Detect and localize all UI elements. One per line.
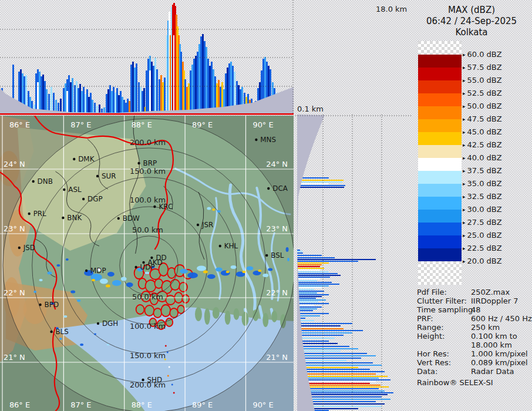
range-ring-label: 50.0 km — [132, 225, 163, 234]
profile-bar — [297, 292, 317, 294]
profile-bar — [115, 93, 116, 113]
radar-echo — [107, 272, 115, 277]
profile-bar — [88, 97, 90, 113]
radar-echo — [48, 272, 52, 275]
range-ring-label: 100.0 km — [130, 322, 166, 331]
legend-swatch — [418, 55, 462, 68]
profile-bar — [297, 348, 358, 349]
profile-bar — [297, 328, 344, 329]
profile-bar — [297, 181, 342, 183]
city-marker-MNS — [255, 139, 257, 141]
radar-echo — [216, 268, 223, 272]
legend-tick-text: 25.0 dBZ — [467, 231, 502, 240]
profile-bar — [211, 62, 213, 113]
profile-bar — [92, 100, 93, 113]
city-marker-UDP — [134, 266, 137, 268]
legend-tick-marker: ▸ — [463, 155, 466, 161]
delta-island — [145, 305, 154, 316]
info-label: Vert Res: — [417, 358, 451, 367]
profile-bar — [297, 296, 322, 297]
radar-echo — [80, 343, 83, 346]
profile-bar — [120, 91, 122, 113]
radar-echo — [167, 375, 169, 377]
profile-bar — [297, 289, 314, 290]
profile-bar — [297, 266, 320, 267]
profile-bar — [297, 299, 326, 301]
legend-tick-text: 37.5 dBZ — [467, 166, 502, 175]
city-marker-DMK — [73, 158, 75, 160]
city-label-PRL: PRL — [33, 210, 46, 218]
radar-echo — [112, 280, 122, 286]
profile-bar — [297, 355, 376, 356]
city-label-BDW: BDW — [123, 214, 140, 223]
profile-bar — [90, 93, 92, 113]
profile-bar — [297, 306, 322, 308]
delta-island — [179, 282, 187, 292]
profile-bar — [297, 386, 389, 388]
city-label-BRP: BRP — [143, 159, 157, 167]
city-label-JSD: JSD — [23, 244, 35, 252]
info-row-vert-res-: Vert Res:0.089 km/pixel — [417, 358, 451, 367]
radar-echo — [187, 272, 198, 278]
radar-echo — [126, 282, 133, 287]
profile-bar — [297, 271, 329, 272]
profile-bar — [297, 343, 338, 344]
profile-bar — [297, 250, 300, 251]
profile-bar — [191, 65, 193, 113]
radar-echo — [203, 271, 208, 274]
profile-bar — [193, 59, 195, 113]
profile-bar — [85, 94, 86, 113]
city-label-SHD: SHD — [147, 376, 162, 384]
legend-tick-label: ▸25.0 dBZ — [463, 231, 502, 240]
radar-echo — [39, 279, 43, 281]
profile-bar — [79, 84, 81, 113]
right-height-profile-panel — [295, 114, 411, 411]
profile-bar — [297, 294, 329, 295]
profile-bar — [122, 97, 123, 113]
info-value: 0.089 km/pixel — [471, 358, 528, 367]
city-label-MNS: MNS — [260, 136, 276, 144]
radar-echo — [165, 345, 167, 347]
profile-bar — [297, 301, 318, 302]
legend-swatch-below-min — [418, 261, 462, 285]
range-ring-label: 200.0 km — [130, 138, 166, 147]
profile-bar — [63, 88, 65, 113]
profile-bar — [78, 88, 79, 113]
product-name: MAX (dBZ) — [411, 5, 532, 16]
profile-bar — [103, 107, 105, 113]
radar-echo — [100, 279, 108, 284]
profile-bar — [200, 36, 202, 113]
profile-bar — [86, 89, 88, 113]
legend-tick-marker: ▸ — [463, 103, 466, 109]
legend-tick-label: ▸27.5 dBZ — [463, 218, 502, 227]
profile-bar — [129, 101, 130, 113]
legend-tick-text: 35.0 dBZ — [467, 179, 502, 188]
info-row-hor-res-: Hor Res:1.000 km/pixel — [417, 349, 449, 358]
delta-island — [153, 308, 161, 318]
profile-bar — [297, 268, 324, 269]
legend-tick-text: 45.0 dBZ — [467, 127, 502, 136]
radar-echo — [268, 268, 272, 271]
radar-echo — [180, 269, 188, 274]
city-marker-BNK — [62, 217, 64, 219]
city-label-DGP: DGP — [87, 195, 103, 203]
profile-bar — [297, 298, 316, 299]
city-marker-DCA — [267, 187, 270, 190]
latitude-label-right: 22° N — [266, 288, 288, 297]
city-marker-BRP — [137, 162, 140, 164]
profile-bar — [107, 89, 109, 113]
legend-tick-marker: ▸ — [463, 245, 466, 251]
profile-bar — [297, 365, 382, 366]
legend-swatch — [418, 235, 462, 248]
legend-swatch — [418, 171, 462, 184]
top-profile-plot — [0, 0, 294, 115]
legend-swatch — [418, 106, 462, 119]
radar-echo — [217, 210, 221, 213]
latitude-label-right: 21° N — [266, 353, 288, 362]
info-label: Pdf File: — [417, 288, 447, 297]
legend-tick-marker: ▸ — [463, 194, 466, 200]
radar-map-panel[interactable]: 200.0 km150.0 km100.0 km50.0 km50.0 km10… — [0, 116, 294, 411]
longitude-label-top: 87° E — [70, 120, 91, 129]
longitude-label-top: 90° E — [252, 120, 273, 129]
profile-bar — [118, 95, 120, 113]
